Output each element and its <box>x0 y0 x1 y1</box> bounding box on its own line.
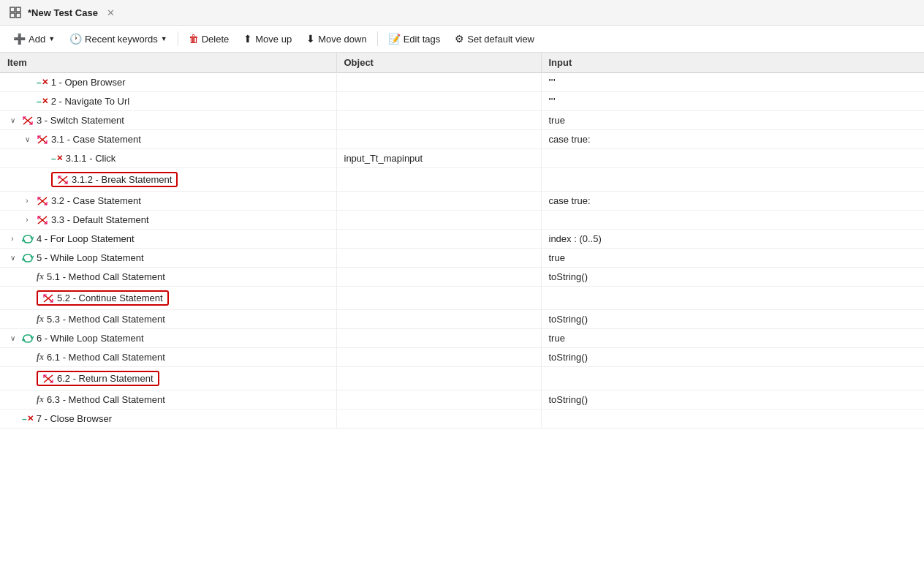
row-object <box>336 268 541 287</box>
table-row[interactable]: 3.1.2 - Break Statement <box>0 168 924 192</box>
table-row[interactable]: 6.2 - Return Statement <box>0 367 924 390</box>
row-input <box>541 149 924 168</box>
row-object <box>336 192 541 211</box>
col-object-header: Object <box>336 53 541 73</box>
row-label: 3.3 - Default Statement <box>51 214 149 225</box>
row-label: 6.1 - Method Call Statement <box>47 352 165 363</box>
expand-down-btn[interactable]: ∨ <box>22 135 32 145</box>
row-label: 1 - Open Browser <box>51 77 126 88</box>
row-input: toString() <box>541 390 924 410</box>
delete-icon: 🗑 <box>189 33 199 45</box>
separator-2 <box>377 31 378 46</box>
switch-icon <box>42 293 54 303</box>
table-row[interactable]: fx5.1 - Method Call StatementtoString() <box>0 268 924 287</box>
expand-down-btn[interactable]: ∨ <box>7 116 18 126</box>
row-object <box>336 348 541 367</box>
delete-button[interactable]: 🗑 Delete <box>183 30 235 48</box>
svg-rect-0 <box>10 7 15 12</box>
move-down-icon: ⬇ <box>306 33 315 45</box>
row-label: 3.1 - Case Statement <box>51 134 141 145</box>
row-input: true <box>541 249 924 268</box>
table-row[interactable]: fx6.1 - Method Call StatementtoString() <box>0 348 924 367</box>
row-label: 5.1 - Method Call Statement <box>47 271 165 282</box>
add-label: Add <box>29 34 45 45</box>
fx-icon: fx <box>37 314 44 325</box>
fx-icon: fx <box>37 352 44 363</box>
table-row[interactable]: –✕3.1.1 - Clickinput_Tt_mapinput <box>0 149 924 168</box>
table-row[interactable]: ∨6 - While Loop Statementtrue <box>0 329 924 348</box>
separator-1 <box>178 31 178 46</box>
set-default-view-button[interactable]: ⚙ Set default view <box>449 30 540 48</box>
row-label: 3.1.2 - Break Statement <box>72 174 172 185</box>
fx-icon: fx <box>37 271 44 282</box>
move-up-label: Move up <box>255 34 292 45</box>
row-input: toString() <box>541 310 924 329</box>
move-down-label: Move down <box>318 34 366 45</box>
expand-down-btn[interactable]: ∨ <box>7 333 18 344</box>
recent-keywords-label: Recent keywords <box>85 34 158 45</box>
add-dropdown-icon: ▼ <box>48 35 55 42</box>
expand-down-btn[interactable]: ∨ <box>7 253 18 263</box>
move-up-button[interactable]: ⬆ Move up <box>238 30 298 48</box>
row-object <box>336 390 541 410</box>
row-object <box>336 111 541 130</box>
row-object <box>336 130 541 149</box>
svg-rect-2 <box>10 13 15 18</box>
row-label: 5.3 - Method Call Statement <box>47 314 165 325</box>
title-text: *New Test Case <box>28 7 98 18</box>
table-row[interactable]: ∨5 - While Loop Statementtrue <box>0 249 924 268</box>
table-row[interactable]: 5.2 - Continue Statement <box>0 287 924 310</box>
row-object <box>336 310 541 329</box>
table-row[interactable]: –✕7 - Close Browser <box>0 410 924 429</box>
table-row[interactable]: ∨3 - Switch Statementtrue <box>0 111 924 130</box>
table-row[interactable]: ›3.2 - Case Statementcase true: <box>0 192 924 211</box>
toolbar: ➕ Add ▼ 🕐 Recent keywords ▼ 🗑 Delete ⬆ M… <box>0 26 924 53</box>
row-object <box>336 168 541 192</box>
row-input <box>541 168 924 192</box>
title-close-icon[interactable]: ✕ <box>107 7 115 18</box>
col-input-header: Input <box>541 53 924 73</box>
row-input: case true: <box>541 130 924 149</box>
title-icon <box>9 6 22 19</box>
switch-icon <box>37 196 48 206</box>
table-row[interactable]: –✕1 - Open Browser"" <box>0 73 924 92</box>
arrow-icon: –✕ <box>37 97 48 107</box>
recent-keywords-button[interactable]: 🕐 Recent keywords ▼ <box>64 30 173 48</box>
row-object <box>336 287 541 310</box>
row-label: 7 - Close Browser <box>37 413 112 424</box>
table-row[interactable]: fx5.3 - Method Call StatementtoString() <box>0 310 924 329</box>
table-container: Item Object Input –✕1 - Open Browser""–✕… <box>0 53 924 429</box>
expand-right-btn[interactable]: › <box>22 215 32 225</box>
row-object <box>336 410 541 429</box>
col-item-header: Item <box>0 53 336 73</box>
row-object <box>336 92 541 111</box>
switch-icon <box>37 135 48 145</box>
add-button[interactable]: ➕ Add ▼ <box>7 30 61 48</box>
row-label: 4 - For Loop Statement <box>37 233 135 244</box>
table-row[interactable]: ›3.3 - Default Statement <box>0 211 924 230</box>
move-down-button[interactable]: ⬇ Move down <box>300 30 372 48</box>
svg-rect-3 <box>16 13 20 18</box>
edit-tags-button[interactable]: 📝 Edit tags <box>382 30 447 48</box>
table-row[interactable]: –✕2 - Navigate To Url"" <box>0 92 924 111</box>
row-input <box>541 410 924 429</box>
table-row[interactable]: ›4 - For Loop Statementindex : (0..5) <box>0 230 924 249</box>
row-label: 5.2 - Continue Statement <box>57 292 163 303</box>
table-header-row: Item Object Input <box>0 53 924 73</box>
row-input: toString() <box>541 348 924 367</box>
table-row[interactable]: ∨3.1 - Case Statementcase true: <box>0 130 924 149</box>
row-input <box>541 287 924 310</box>
expand-right-btn[interactable]: › <box>7 234 18 244</box>
row-label: 3 - Switch Statement <box>37 115 124 126</box>
edit-tags-label: Edit tags <box>404 34 441 45</box>
expand-right-btn[interactable]: › <box>22 196 32 206</box>
gear-icon: ⚙ <box>455 33 464 45</box>
svg-rect-1 <box>16 7 20 12</box>
table-row[interactable]: fx6.3 - Method Call StatementtoString() <box>0 390 924 410</box>
switch-icon <box>57 175 69 185</box>
add-icon: ➕ <box>13 33 26 45</box>
row-object <box>336 249 541 268</box>
row-label: 5 - While Loop Statement <box>37 252 144 263</box>
row-label: 6.2 - Return Statement <box>57 373 154 384</box>
row-label: 6 - While Loop Statement <box>37 333 144 344</box>
